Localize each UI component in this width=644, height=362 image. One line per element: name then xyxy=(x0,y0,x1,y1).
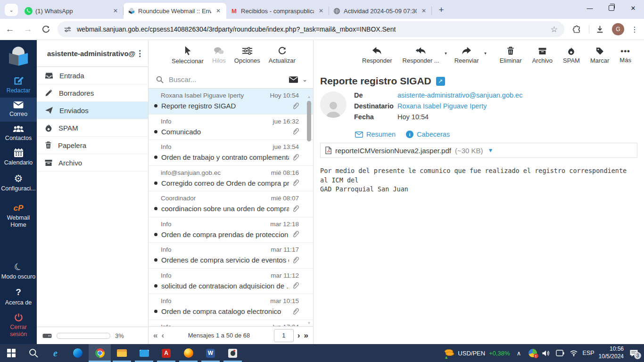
tab-close-icon[interactable]: ✕ xyxy=(317,7,325,15)
message-row[interactable]: Infomar 10:15 Orden de compra catalogo e… xyxy=(149,294,313,320)
window-minimize-button[interactable]: — xyxy=(579,0,601,16)
folder-drafts[interactable]: Borradores xyxy=(37,84,148,102)
downloads-icon[interactable] xyxy=(592,22,607,37)
message-row[interactable]: Infojue 13:54 Orden de trabajo y contrat… xyxy=(149,140,313,166)
reload-button[interactable] xyxy=(38,21,54,37)
window-restore-button[interactable] xyxy=(601,0,622,16)
reply-button[interactable]: Responder xyxy=(358,47,396,64)
page-input[interactable] xyxy=(274,329,294,342)
external-link-icon[interactable]: ↗ xyxy=(436,77,445,86)
forward-button[interactable]: → xyxy=(20,21,36,37)
folder-spam[interactable]: SPAM xyxy=(37,119,148,137)
spam-button[interactable]: SPAM xyxy=(559,47,584,64)
last-page-icon[interactable]: » xyxy=(304,331,308,340)
tab-gmail[interactable]: M Recibidos - compraspublicasga ✕ xyxy=(226,3,329,19)
list-scrollbar[interactable]: ▲ ▼ xyxy=(306,95,312,326)
folder-archive[interactable]: Archivo xyxy=(37,154,148,172)
chevron-down-icon[interactable]: ▾ xyxy=(484,51,487,56)
currency-ticker[interactable]: ▲ USD/PEN +0,38% xyxy=(444,348,510,358)
sidebar-item-dark-mode[interactable]: ☾ Modo oscuro xyxy=(0,259,37,284)
back-button[interactable]: ← xyxy=(2,21,18,37)
taskbar-mail-button[interactable] xyxy=(133,344,155,362)
taskbar-chrome-button[interactable] xyxy=(89,344,111,362)
search-input[interactable] xyxy=(168,75,285,84)
tab-whatsapp[interactable]: (1) WhatsApp ✕ xyxy=(21,3,124,19)
message-row[interactable]: Infojue 16:32 Comunicado xyxy=(149,115,313,140)
profile-avatar[interactable]: G xyxy=(612,23,624,35)
sidebar-item-contacts[interactable]: Contactos xyxy=(0,122,37,145)
next-page-icon[interactable]: › xyxy=(297,331,300,340)
sidebar-item-settings[interactable]: ⚙ Configuraci... xyxy=(0,170,37,196)
taskbar-acrobat-button[interactable]: A xyxy=(155,344,177,362)
message-row[interactable]: Infolun 17:04 xyxy=(149,320,313,327)
first-page-icon[interactable]: « xyxy=(153,331,157,340)
url-field[interactable]: webmail.sanjuan.gob.ec/cpsess1408826304/… xyxy=(58,21,564,37)
more-button[interactable]: ••• Más xyxy=(615,48,636,64)
volume-icon[interactable] xyxy=(542,348,551,358)
tab-actividad[interactable]: Actividad 2024-05-09 07:30:00 ✕ xyxy=(329,3,432,19)
bookmark-star-icon[interactable]: ☆ xyxy=(551,25,558,34)
threads-button[interactable]: Hilos xyxy=(208,47,230,64)
scroll-up-icon[interactable]: ▲ xyxy=(307,95,311,99)
taskbar-clock[interactable]: 10:56 10/5/2024 xyxy=(599,346,624,360)
archive-button[interactable]: Archivo xyxy=(528,47,557,64)
sidebar-item-logout[interactable]: Cerrar sesión xyxy=(0,310,37,341)
sidebar-item-compose[interactable]: Redactar xyxy=(0,72,37,98)
headers-link[interactable]: i Cabeceras xyxy=(406,131,450,138)
sidebar-item-webmail-home[interactable]: cP Webmail Home xyxy=(0,200,37,232)
taskbar-word-button[interactable]: W xyxy=(199,344,222,362)
tab-close-icon[interactable]: ✕ xyxy=(111,7,120,15)
language-indicator[interactable]: ESP xyxy=(583,350,594,356)
scrollbar-thumb[interactable] xyxy=(307,101,311,141)
message-row[interactable]: Infomar 11:17 Ordenes de compra servicio… xyxy=(149,243,313,269)
extensions-icon[interactable] xyxy=(569,22,584,37)
search-options-chevron-icon[interactable]: ⌄ xyxy=(302,76,307,83)
sidebar-item-about[interactable]: ? Acerca de xyxy=(0,284,37,310)
tab-close-icon[interactable]: ✕ xyxy=(214,7,223,15)
message-row[interactable]: Roxana Isabel Piguave IpertyHoy 10:54 Re… xyxy=(149,89,313,115)
taskbar-search-button[interactable] xyxy=(22,344,44,362)
account-menu-icon[interactable]: ⋮ xyxy=(136,49,144,58)
tray-expand-chevron-icon[interactable]: ∧ xyxy=(514,348,524,358)
scroll-down-icon[interactable]: ▼ xyxy=(307,321,311,326)
tab-close-icon[interactable]: ✕ xyxy=(420,7,428,15)
select-button[interactable]: Seleccionar xyxy=(167,46,208,65)
taskbar-java-button[interactable] xyxy=(222,344,244,362)
window-close-button[interactable]: ✕ xyxy=(622,0,644,16)
folder-trash[interactable]: Papelera xyxy=(37,137,148,154)
chevron-down-icon[interactable]: ▾ xyxy=(445,51,447,56)
folder-inbox[interactable]: Entrada xyxy=(37,67,148,84)
attachment-menu-caret-icon[interactable]: ▼ xyxy=(488,147,494,154)
to-address-link[interactable]: Roxana Isabel Piguave Iperty xyxy=(397,102,487,110)
taskbar-edge-button[interactable] xyxy=(66,344,89,362)
options-button[interactable]: Opciones xyxy=(230,47,264,64)
message-row[interactable]: Coordinadormié 08:07 coordinacion sobre … xyxy=(149,191,313,217)
wifi-icon[interactable] xyxy=(569,348,578,358)
notification-center-button[interactable]: 3 xyxy=(628,348,639,358)
antivirus-tray-icon[interactable]: ! xyxy=(528,348,537,358)
browser-menu-icon[interactable]: ⋮ xyxy=(627,22,642,37)
new-tab-button[interactable]: + xyxy=(435,3,448,16)
from-address-link[interactable]: asistente-administrativo@sanjuan.gob.ec xyxy=(397,91,522,99)
summary-link[interactable]: Resumen xyxy=(355,131,396,138)
taskbar-explorer-button[interactable] xyxy=(111,344,133,362)
mark-button[interactable]: Marcar xyxy=(586,47,613,64)
site-info-icon[interactable] xyxy=(64,26,71,33)
folder-sent[interactable]: Enviados xyxy=(37,102,148,119)
sidebar-item-calendar[interactable]: Calendario xyxy=(0,145,37,170)
reply-all-button[interactable]: Responder ... ▾ xyxy=(398,47,444,64)
attachment-bar[interactable]: reporteICMVersionNueva2.jasper.pdf (~30 … xyxy=(320,143,637,158)
taskbar-firefox-button[interactable] xyxy=(177,344,199,362)
start-button[interactable] xyxy=(0,344,22,362)
refresh-button[interactable]: Actualizar xyxy=(264,47,300,64)
search-scope-mail-icon[interactable] xyxy=(289,76,298,83)
prev-page-icon[interactable]: ‹ xyxy=(161,331,164,340)
message-row[interactable]: Infomar 12:18 Orden de compra prendas de… xyxy=(149,217,313,243)
tab-search-button[interactable]: ⌄ xyxy=(5,4,18,16)
device-icon[interactable] xyxy=(555,348,565,358)
sidebar-item-mail[interactable]: Correo xyxy=(0,98,37,121)
delete-button[interactable]: Eliminar xyxy=(495,47,526,64)
taskbar-ie-button[interactable]: e xyxy=(44,344,66,362)
forward-button[interactable]: Reenviar ▾ xyxy=(450,47,483,64)
message-row[interactable]: Infomar 11:12 solicitud de contratacion … xyxy=(149,269,313,295)
